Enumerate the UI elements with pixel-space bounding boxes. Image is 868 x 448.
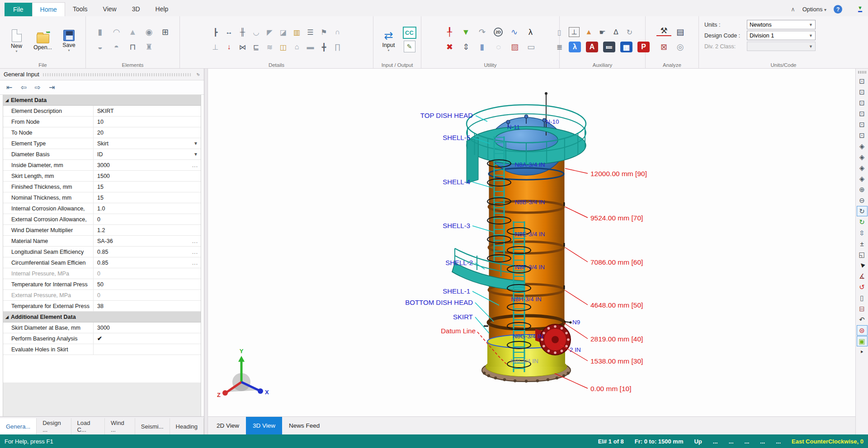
- view-cube-1-icon[interactable]: ⊡: [857, 76, 868, 86]
- iso-view-3-icon[interactable]: ◈: [857, 163, 868, 173]
- clamp-icon[interactable]: ∩: [331, 26, 344, 38]
- welded-channel-icon[interactable]: ⊓: [125, 41, 140, 53]
- property-row[interactable]: Element TypeSkirt▼: [3, 138, 201, 149]
- view-tab-2d-view[interactable]: 2D View: [210, 417, 246, 434]
- property-row[interactable]: Skirt Diameter at Base, mm3000: [3, 322, 201, 333]
- zoom-drag-icon[interactable]: ±: [857, 238, 868, 249]
- property-row[interactable]: Finished Thickness, mm15: [3, 182, 201, 192]
- nozzle-icon[interactable]: ┣: [209, 26, 222, 38]
- chevron-down-icon[interactable]: ▼: [193, 141, 198, 146]
- input-tab-genera[interactable]: Genera...: [0, 418, 37, 434]
- property-row[interactable]: Diameter BasisID▼: [3, 149, 201, 160]
- platform-icon[interactable]: ↔: [223, 26, 235, 38]
- property-value[interactable]: 0: [94, 268, 201, 279]
- view-tab-news-feed[interactable]: News Feed: [282, 417, 326, 434]
- property-row[interactable]: Longitudinal Seam Efficiency0.85...: [3, 247, 201, 257]
- property-value[interactable]: [94, 344, 201, 355]
- ellipsis-button[interactable]: ...: [192, 162, 198, 168]
- design-code-select[interactable]: Division 1▼: [747, 31, 816, 40]
- datasheet-icon[interactable]: ▤: [673, 26, 688, 38]
- rolled-shell-icon[interactable]: ▯: [553, 26, 566, 38]
- view-cube-3-icon[interactable]: ⊡: [857, 98, 868, 108]
- view-cube-5-icon[interactable]: ⊡: [857, 119, 868, 130]
- property-value[interactable]: ✔: [94, 333, 201, 344]
- derrick-icon[interactable]: ∆: [610, 26, 622, 38]
- collapse-ribbon-icon[interactable]: ∧: [791, 6, 795, 13]
- property-row[interactable]: Material NameSA-36...: [3, 236, 201, 247]
- property-row[interactable]: Evaluate Holes in Skirt: [3, 344, 201, 355]
- forging-icon[interactable]: ⊥: [209, 41, 222, 53]
- property-value[interactable]: SKIRT: [94, 106, 201, 116]
- tab-file[interactable]: File: [5, 3, 32, 16]
- body-flange-icon[interactable]: ◉: [142, 26, 156, 38]
- group-header[interactable]: ◢Additional Element Data: [3, 312, 201, 322]
- 3d-viewport[interactable]: Datum Line TOP DISH HEADSHELL-5SHELL-4SH…: [208, 69, 855, 416]
- property-value[interactable]: 20: [94, 127, 201, 138]
- orbit-icon[interactable]: ↻: [857, 217, 868, 227]
- region-select-icon[interactable]: ◌: [491, 41, 506, 53]
- property-value[interactable]: 3000: [94, 322, 201, 333]
- rotate-view-icon[interactable]: ↻: [857, 206, 868, 216]
- property-value[interactable]: 15: [94, 182, 201, 192]
- render-display-icon[interactable]: ▣: [857, 336, 868, 346]
- pointer-icon[interactable]: ►: [857, 260, 868, 271]
- view-cube-6-icon[interactable]: ⊡: [857, 130, 868, 140]
- blue-shell-icon[interactable]: ▮: [475, 41, 490, 53]
- clear-errors-icon[interactable]: ⊠: [656, 41, 671, 53]
- window-select-icon[interactable]: ◱: [857, 249, 868, 260]
- property-row[interactable]: Skirt Length, mm1500: [3, 171, 201, 182]
- cc-button[interactable]: CC: [403, 27, 416, 39]
- pin-icon[interactable]: ♀: [193, 70, 202, 79]
- pan-icon[interactable]: ⇳: [857, 228, 868, 238]
- chevron-down-icon[interactable]: ▾: [15, 50, 17, 53]
- stiffening-ring-icon[interactable]: ╫: [236, 26, 249, 38]
- property-value[interactable]: 15: [94, 192, 201, 203]
- insulation-icon[interactable]: ↓: [223, 41, 235, 53]
- iso-view-1-icon[interactable]: ◈: [857, 141, 868, 151]
- property-value[interactable]: 0: [94, 214, 201, 224]
- hillside-nozzle-icon[interactable]: ◤: [264, 26, 276, 38]
- property-row[interactable]: Internal Pressure, MPa0: [3, 268, 201, 279]
- save-button[interactable]: Save ▾: [57, 27, 82, 52]
- calculator-icon[interactable]: ▦: [620, 42, 632, 52]
- base-support-icon[interactable]: ⊥: [569, 27, 580, 37]
- report-scroll-icon[interactable]: ≣: [553, 41, 566, 53]
- box-header-icon[interactable]: ⊞: [158, 26, 173, 38]
- nav-previous-icon[interactable]: ⇦: [20, 83, 26, 92]
- tab-3d[interactable]: 3D: [124, 2, 148, 16]
- property-value[interactable]: 1.2: [94, 225, 201, 235]
- property-row[interactable]: Perform Basering Analysis✔: [3, 333, 201, 344]
- shear-ring-icon[interactable]: ◪: [277, 26, 289, 38]
- flange-section-icon[interactable]: ⊟: [857, 303, 868, 314]
- elliptical-head-icon[interactable]: ◠: [109, 26, 124, 38]
- tray-icon[interactable]: ☰: [304, 26, 316, 38]
- iso-view-4-icon[interactable]: ◈: [857, 173, 868, 184]
- stretch-shell-icon[interactable]: ⇕: [458, 41, 473, 53]
- jacket-icon[interactable]: ⊑: [250, 41, 262, 53]
- property-value[interactable]: 0: [94, 290, 201, 300]
- hemispherical-head-icon[interactable]: ◓: [109, 41, 124, 53]
- panel-splitter[interactable]: [204, 69, 208, 434]
- analyze-errors-icon[interactable]: ⚒: [656, 26, 671, 36]
- measure-icon[interactable]: ∡: [857, 271, 868, 281]
- property-value[interactable]: 1500: [94, 171, 201, 181]
- property-row[interactable]: Internal Corrosion Allowance,1.0: [3, 203, 201, 214]
- nav-last-icon[interactable]: ⇥: [49, 83, 55, 92]
- conical-section-icon[interactable]: ▲: [125, 26, 140, 38]
- flip-section-icon[interactable]: ↺: [857, 282, 868, 292]
- help-button[interactable]: ?: [834, 5, 842, 14]
- property-value[interactable]: 0.85...: [94, 257, 201, 268]
- spec-list-icon[interactable]: ≔: [603, 42, 615, 52]
- view-cube-4-icon[interactable]: ⊡: [857, 108, 868, 119]
- weld-tee-icon[interactable]: ╋: [318, 41, 330, 53]
- nozzle-display-icon[interactable]: ⊜: [857, 325, 868, 336]
- tab-help[interactable]: Help: [148, 2, 176, 16]
- zoom-out-icon[interactable]: ⊖: [857, 195, 868, 205]
- group-header[interactable]: ◢Element Data: [3, 95, 201, 106]
- cad-app-icon[interactable]: λ: [569, 42, 581, 52]
- half-pipe-icon[interactable]: ≋: [264, 41, 276, 53]
- ellipsis-button[interactable]: ...: [192, 238, 198, 244]
- view-cube-2-icon[interactable]: ⊡: [857, 87, 868, 97]
- property-row[interactable]: To Node20: [3, 127, 201, 138]
- chevron-down-icon[interactable]: ▾: [387, 49, 389, 52]
